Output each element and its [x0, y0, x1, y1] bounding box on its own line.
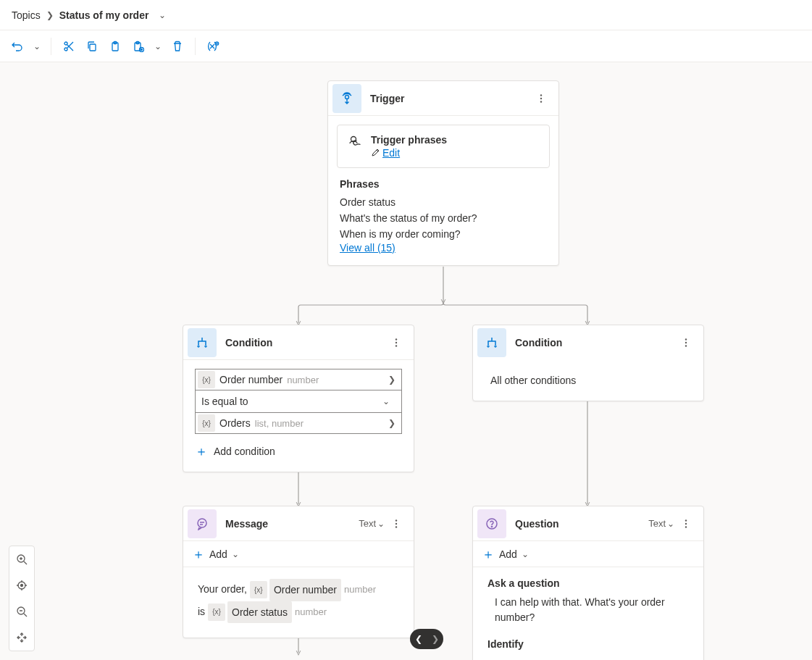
message-icon: [188, 509, 217, 538]
zoom-in-icon: [16, 554, 28, 565]
variable-name: Order number: [269, 579, 341, 601]
question-icon: [477, 509, 506, 538]
nav-next-button[interactable]: ❯: [429, 634, 442, 644]
breadcrumb-bar: Topics ❯ Status of my order ⌄: [0, 0, 812, 30]
chevron-right-icon: ❯: [382, 375, 401, 385]
svg-point-15: [395, 341, 397, 343]
add-condition-label: Add condition: [214, 446, 275, 457]
svg-point-31: [21, 585, 23, 587]
paste-button[interactable]: [105, 36, 125, 57]
svg-point-9: [346, 95, 349, 99]
condition-card: Condition {x} Order number number ❯ Is e…: [183, 325, 414, 472]
add-variation-button[interactable]: ＋ Add ⌄: [473, 541, 703, 567]
zoom-controls: [9, 546, 35, 651]
question-text[interactable]: I can help with that. What's your order …: [495, 595, 689, 625]
zoom-out-icon: [16, 606, 28, 617]
phrase-item: Order status: [340, 194, 547, 210]
edit-link[interactable]: Edit: [382, 147, 400, 159]
scissors-icon: [63, 41, 75, 52]
svg-point-20: [198, 519, 206, 527]
message-card: Message Text ⌄ ＋ Add ⌄ Your order, {x} O…: [183, 506, 414, 638]
branch-icon: [188, 328, 217, 357]
chevron-down-icon: ⌄: [377, 519, 385, 529]
condition-other-card: Condition All other conditions: [472, 325, 704, 401]
copy-button[interactable]: [82, 36, 102, 57]
more-button[interactable]: [388, 515, 405, 532]
breadcrumb-root[interactable]: Topics: [12, 9, 41, 21]
view-all-link[interactable]: View all (15): [340, 242, 395, 254]
variable-picker-1[interactable]: {x} Order number number ❯: [195, 369, 402, 390]
svg-point-26: [685, 519, 687, 521]
svg-point-18: [685, 342, 687, 343]
plus-icon: ＋: [192, 546, 205, 563]
phrase-item: When is my order coming?: [340, 226, 547, 242]
nav-prev-button[interactable]: ❮: [412, 634, 425, 644]
undo-more-button[interactable]: ⌄: [30, 36, 43, 57]
variable-picker-2[interactable]: {x} Orders list, number ❯: [195, 412, 402, 434]
add-label: Add: [499, 548, 517, 560]
plus-icon: ＋: [482, 546, 495, 563]
flow-canvas[interactable]: Trigger Trigger phrases Edit Phrases Ord…: [0, 62, 812, 660]
add-variation-button[interactable]: ＋ Add ⌄: [183, 541, 414, 567]
undo-button[interactable]: [7, 36, 28, 57]
paste-options-button[interactable]: [128, 36, 148, 57]
zoom-out-button[interactable]: [9, 598, 34, 625]
undo-icon: [12, 41, 23, 52]
svg-point-19: [685, 345, 687, 346]
zoom-reset-button[interactable]: [9, 625, 34, 651]
svg-point-1: [64, 48, 67, 51]
variable-icon: {x}: [208, 603, 225, 621]
phrases-icon: [348, 134, 362, 151]
variable-name: Orders: [219, 417, 255, 429]
nav-pill: ❮ ❯: [410, 629, 443, 649]
more-button[interactable]: [532, 90, 550, 107]
more-vertical-icon: [536, 93, 546, 104]
chevron-down-icon: ⌄: [154, 41, 162, 51]
variables-icon: [206, 41, 219, 52]
more-vertical-icon: [681, 338, 691, 348]
more-vertical-icon: [391, 338, 401, 348]
trigger-phrases-subcard[interactable]: Trigger phrases Edit: [337, 125, 550, 168]
plus-icon: ＋: [195, 443, 208, 460]
separator: [195, 38, 196, 55]
chevron-down-icon: ⌄: [232, 549, 239, 559]
question-title: Question: [515, 518, 648, 530]
condition-title: Condition: [225, 337, 388, 348]
inline-variable[interactable]: {x} Order status number: [208, 601, 327, 624]
more-button[interactable]: [677, 334, 695, 351]
branch-icon: [477, 328, 506, 357]
message-body[interactable]: Your order, {x} Order number number is {…: [183, 567, 414, 638]
message-text: is: [198, 606, 205, 617]
text-type-selector[interactable]: Text ⌄: [359, 518, 385, 529]
text-type-selector[interactable]: Text ⌄: [648, 518, 674, 529]
trigger-icon: [332, 84, 361, 113]
paste-more-button[interactable]: ⌄: [151, 36, 164, 57]
svg-point-23: [395, 526, 397, 527]
svg-point-14: [395, 338, 397, 340]
more-button[interactable]: [677, 515, 695, 532]
variable-icon: {x}: [198, 414, 215, 432]
more-button[interactable]: [388, 334, 405, 351]
clipboard-plus-icon: [133, 41, 144, 52]
variable-name: Order number: [219, 374, 287, 385]
delete-button[interactable]: [167, 36, 188, 57]
add-condition-button[interactable]: ＋ Add condition: [195, 443, 402, 460]
zoom-in-button[interactable]: [9, 546, 34, 572]
trigger-phrases-label: Trigger phrases: [371, 134, 447, 146]
phrase-item: What's the status of my order?: [340, 210, 547, 226]
chevron-down-icon: ⌄: [33, 41, 41, 51]
trigger-card: Trigger Trigger phrases Edit Phrases Ord…: [327, 80, 559, 266]
inline-variable[interactable]: {x} Order number number: [250, 579, 376, 601]
copy-icon: [86, 41, 98, 52]
chevron-right-icon: ❯: [46, 10, 54, 20]
cut-button[interactable]: [59, 36, 79, 57]
ask-question-label: Ask a question: [487, 577, 689, 589]
zoom-fit-button[interactable]: [9, 572, 34, 598]
chevron-down-icon[interactable]: ⌄: [159, 10, 166, 20]
breadcrumb-current[interactable]: Status of my order: [59, 9, 149, 21]
variable-type: number: [287, 375, 319, 385]
svg-point-10: [540, 94, 542, 96]
svg-point-12: [540, 101, 542, 102]
operator-select[interactable]: Is equal to ⌄: [195, 390, 402, 412]
variables-button[interactable]: [203, 36, 223, 57]
